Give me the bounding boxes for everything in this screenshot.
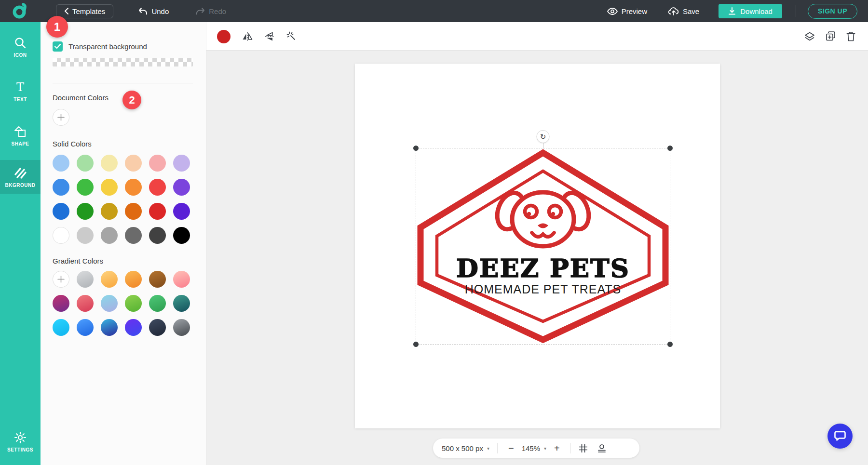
chevron-down-icon: ▾ <box>544 446 546 451</box>
resize-handle-top-left[interactable] <box>413 146 419 151</box>
gradient-color-swatch[interactable] <box>77 295 94 312</box>
chat-widget-button[interactable] <box>827 424 853 449</box>
add-gradient-color-button[interactable] <box>53 271 69 288</box>
gradient-color-swatch[interactable] <box>149 295 166 312</box>
canvas-size-dropdown[interactable]: 500 x 500 px ▾ <box>442 444 489 452</box>
solid-color-swatch[interactable] <box>149 227 166 244</box>
solid-color-swatch[interactable] <box>173 227 190 244</box>
download-button[interactable]: Download <box>719 4 782 18</box>
gradient-color-swatch[interactable] <box>149 319 166 336</box>
gradient-color-swatch[interactable] <box>101 271 118 288</box>
solid-color-swatch[interactable] <box>125 227 142 244</box>
solid-color-swatch[interactable] <box>77 179 94 196</box>
left-rail: ICON T TEXT SHAPE BKGROUND SETTINGS <box>0 22 41 465</box>
solid-color-swatch[interactable] <box>149 179 166 196</box>
solid-color-swatch[interactable] <box>173 179 190 196</box>
background-panel: Transparent background Document Colors S… <box>41 22 206 465</box>
sidebar-item-icon[interactable]: ICON <box>0 30 41 64</box>
zoom-level-dropdown[interactable]: 145% ▾ <box>522 444 546 452</box>
sidebar-item-text[interactable]: T TEXT <box>0 74 41 108</box>
solid-color-swatch[interactable] <box>125 179 142 196</box>
sidebar-item-shape[interactable]: SHAPE <box>0 119 41 152</box>
signup-button[interactable]: SIGN UP <box>808 4 857 19</box>
document-colors-heading: Document Colors <box>53 93 108 102</box>
gradient-color-swatch[interactable] <box>77 271 94 288</box>
redo-button[interactable]: Redo <box>196 7 226 15</box>
gradient-color-swatch[interactable] <box>101 319 118 336</box>
gradient-color-swatch[interactable] <box>77 319 94 336</box>
transparent-background-checkbox[interactable] <box>53 41 63 52</box>
download-icon <box>728 7 736 15</box>
undo-button[interactable]: Undo <box>138 7 169 15</box>
rail-label-shape: SHAPE <box>12 141 29 146</box>
top-header: Templates Undo Redo Preview Save Downloa… <box>0 0 868 22</box>
preview-label: Preview <box>622 7 647 15</box>
step-badge-2: 2 <box>122 91 141 109</box>
gradient-color-swatch[interactable] <box>53 295 69 312</box>
duplicate-icon[interactable] <box>826 31 836 41</box>
logo-design[interactable]: DEEZ PETS HOMEMADE PET TREATS <box>416 148 670 345</box>
solid-color-swatch[interactable] <box>125 203 142 220</box>
flip-vertical-icon[interactable] <box>264 32 275 41</box>
solid-color-swatch[interactable] <box>149 155 166 172</box>
gradient-color-swatch[interactable] <box>173 271 190 288</box>
gradient-color-swatch[interactable] <box>173 295 190 312</box>
sidebar-item-bkground[interactable]: BKGROUND <box>0 160 41 194</box>
rail-label-bkground: BKGROUND <box>5 183 36 188</box>
rotate-handle[interactable]: ↻ <box>537 130 550 143</box>
gradient-color-swatch[interactable] <box>149 271 166 288</box>
zoom-in-button[interactable]: + <box>551 443 563 453</box>
solid-color-swatch[interactable] <box>77 227 94 244</box>
trash-icon[interactable] <box>846 31 855 41</box>
layers-icon[interactable] <box>804 32 815 41</box>
preview-button[interactable]: Preview <box>607 7 647 15</box>
templates-button[interactable]: Templates <box>56 4 113 18</box>
solid-color-swatch[interactable] <box>101 155 118 172</box>
solid-color-swatch[interactable] <box>101 203 118 220</box>
solid-color-swatch[interactable] <box>53 203 69 220</box>
save-button[interactable]: Save <box>668 7 699 15</box>
solid-color-swatch[interactable] <box>101 227 118 244</box>
redo-label: Redo <box>209 7 226 15</box>
dog-icon <box>492 189 594 246</box>
effects-wand-icon[interactable] <box>286 31 298 42</box>
resize-handle-bottom-left[interactable] <box>413 342 419 347</box>
rail-label-text: TEXT <box>14 97 27 102</box>
resize-handle-bottom-right[interactable] <box>667 342 673 347</box>
solid-color-swatch[interactable] <box>53 227 69 244</box>
solid-color-swatch[interactable] <box>173 203 190 220</box>
gradient-color-swatch[interactable] <box>125 271 142 288</box>
solid-color-swatch[interactable] <box>101 179 118 196</box>
resize-handle-top-right[interactable] <box>667 146 673 151</box>
grid-toggle-icon[interactable] <box>579 444 588 453</box>
gradient-color-swatch[interactable] <box>53 319 69 336</box>
undo-label: Undo <box>151 7 169 15</box>
gradient-color-swatch[interactable] <box>173 319 190 336</box>
snap-guides-icon[interactable] <box>597 444 606 453</box>
rotate-icon: ↻ <box>540 133 546 141</box>
artboard[interactable]: DEEZ PETS HOMEMADE PET TREATS <box>355 64 720 428</box>
gradient-color-swatch[interactable] <box>125 295 142 312</box>
gradient-color-swatch[interactable] <box>125 319 142 336</box>
solid-color-swatch[interactable] <box>125 155 142 172</box>
solid-color-swatch[interactable] <box>53 179 69 196</box>
solid-color-swatch[interactable] <box>77 155 94 172</box>
shape-icon <box>14 125 27 138</box>
solid-color-swatch[interactable] <box>53 155 69 172</box>
gradient-color-swatch[interactable] <box>101 295 118 312</box>
chevron-left-icon <box>64 8 68 14</box>
zoom-out-button[interactable]: − <box>505 443 517 453</box>
header-divider <box>796 5 796 17</box>
fill-color-swatch[interactable] <box>217 30 231 43</box>
zoom-bar: 500 x 500 px ▾ − 145% ▾ + <box>433 438 639 458</box>
app-logo[interactable] <box>0 2 41 20</box>
solid-color-swatch[interactable] <box>77 203 94 220</box>
flip-horizontal-icon[interactable] <box>242 32 253 41</box>
sidebar-item-settings[interactable]: SETTINGS <box>0 425 41 458</box>
solid-colors-heading: Solid Colors <box>53 140 92 148</box>
solid-color-swatch[interactable] <box>173 155 190 172</box>
solid-colors-grid <box>53 155 190 244</box>
canvas-size-value: 500 x 500 px <box>442 444 483 452</box>
add-document-color-button[interactable] <box>53 109 69 126</box>
solid-color-swatch[interactable] <box>149 203 166 220</box>
